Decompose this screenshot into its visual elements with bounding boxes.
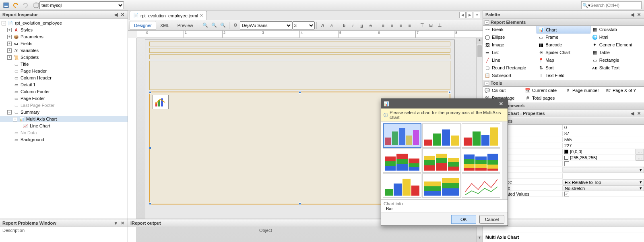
save-icon[interactable] (2, 1, 10, 10)
fontsize-combo[interactable]: 3 (292, 21, 315, 29)
prop-style-combo[interactable]: ▾ (563, 167, 644, 173)
tree-background[interactable]: +▭Background (0, 136, 128, 143)
global-search[interactable]: 🔍▾ (581, 1, 642, 9)
chart-thumb-line[interactable] (462, 173, 500, 198)
align-justify-icon[interactable]: ≡ (405, 21, 414, 30)
tree-last-page-footer[interactable]: +▭Last Page Footer (0, 102, 128, 108)
ok-button[interactable]: OK (451, 215, 476, 224)
font-combo[interactable]: DejaVu Sans (240, 21, 292, 29)
tree-detail[interactable]: +▭Detail 1 (0, 81, 128, 88)
valign-top-icon[interactable]: ⊤ (418, 21, 427, 30)
dialog-close-icon[interactable]: ✕ (497, 100, 505, 108)
pal-ellipse[interactable]: ◯Ellipse (483, 33, 537, 41)
chart-thumb-bar3d[interactable] (383, 123, 421, 148)
zoom-out-icon[interactable]: 🔍 (210, 21, 219, 30)
dialog-scrollbar[interactable] (502, 122, 508, 199)
prop-forecolor-value[interactable]: [0,0,0]… (563, 149, 644, 155)
font-smaller-icon[interactable]: A (327, 21, 336, 30)
tree-column-header[interactable]: +▭Column Header (0, 75, 128, 81)
redo-icon[interactable] (21, 1, 30, 10)
pin-icon[interactable]: ◀ (630, 12, 635, 17)
font-larger-icon[interactable]: A (318, 21, 327, 30)
tab-designer[interactable]: Designer (130, 21, 156, 30)
prop-print-repeated-check[interactable]: ✓ (563, 192, 644, 197)
tree-summary[interactable]: −▭Summary (0, 109, 128, 115)
pal-callout[interactable]: 💬Callout (483, 87, 523, 94)
align-left-icon[interactable]: ≡ (379, 21, 388, 30)
tree-multi-axis-chart[interactable]: −📊Multi Axis Chart (0, 116, 128, 122)
prop-left-value[interactable]: 0 (563, 125, 644, 130)
ellipsis-button[interactable]: … (636, 149, 644, 154)
pal-frame[interactable]: ▭Frame (537, 33, 590, 41)
valign-middle-icon[interactable]: ⊟ (427, 21, 436, 30)
chart-thumb-xybar[interactable] (383, 173, 421, 198)
prop-position-combo[interactable]: Fix Relative to Top▾ (563, 179, 644, 185)
datasource-combo[interactable]: test-mysql (33, 1, 124, 9)
pal-spider[interactable]: ✳Spider Chart (537, 49, 590, 56)
tools-section[interactable]: −Tools (483, 79, 644, 87)
pal-table[interactable]: ▦Table (590, 49, 644, 56)
prop-top-value[interactable]: 87 (563, 131, 644, 136)
align-center-icon[interactable]: ≡ (388, 21, 396, 30)
prop-stretch-combo[interactable]: No stretch▾ (563, 185, 644, 191)
close-tab-icon[interactable]: ✕ (200, 13, 203, 18)
valign-bottom-icon[interactable]: ⊥ (436, 21, 444, 30)
pal-totalpages[interactable]: #Total pages (523, 94, 564, 102)
close-icon[interactable]: ✕ (636, 111, 642, 116)
inspector-tree[interactable]: −📄rpt_evolution_employee +AStyles +📦Para… (0, 19, 128, 242)
pal-line[interactable]: ╱Line (483, 56, 537, 64)
prop-backcolor-value[interactable]: [255,255,255]… (563, 155, 644, 161)
pal-map[interactable]: 📍Map (537, 56, 590, 64)
strike-icon[interactable]: s (366, 21, 375, 30)
search-input[interactable] (590, 3, 635, 8)
pal-html[interactable]: 🌐Html (590, 33, 644, 41)
pal-chart[interactable]: 📊Chart (537, 26, 590, 33)
chart-thumb-bar3d-alt[interactable] (462, 123, 500, 148)
tree-fields[interactable]: +🏷Fields (0, 40, 128, 47)
tab-xml[interactable]: XML (156, 21, 173, 30)
italic-icon[interactable]: i (349, 21, 357, 30)
pal-sort[interactable]: ⇅Sort (537, 64, 590, 72)
prop-width-value[interactable]: 555 (563, 137, 644, 142)
zoom-fit-icon[interactable]: 🔍 (201, 21, 210, 30)
chart-thumb-stacked[interactable] (383, 148, 421, 173)
underline-icon[interactable]: u (357, 21, 366, 30)
pin-icon[interactable]: ◀ (113, 12, 119, 17)
pal-pagenumber[interactable]: #Page number (564, 87, 604, 94)
chart-type-grid[interactable] (381, 122, 502, 199)
prop-key-value[interactable] (563, 176, 644, 176)
pal-image[interactable]: 🖼Image (483, 41, 537, 49)
tree-scriptlets[interactable]: +📜Scriptlets (0, 54, 128, 60)
dialog-titlebar[interactable]: 📊 ✕ (381, 99, 508, 108)
chart-thumb-stacked-alt[interactable] (462, 148, 500, 173)
zoom-in-icon[interactable]: 🔍 (219, 21, 227, 30)
pal-textfield[interactable]: TText Field (537, 72, 590, 79)
tree-variables[interactable]: +fxVariables (0, 47, 128, 54)
pal-generic[interactable]: ✦Generic Element (590, 41, 644, 49)
nav-next-icon[interactable]: ▶ (466, 12, 473, 18)
close-icon[interactable]: ✕ (636, 12, 642, 17)
pal-statictext[interactable]: ᴀʙStatic Text (590, 64, 644, 72)
tree-column-footer[interactable]: +▭Column Footer (0, 88, 128, 95)
align-right-icon[interactable]: ≡ (396, 21, 405, 30)
pal-roundrect[interactable]: ▢Round Rectangle (483, 64, 537, 72)
tree-no-data[interactable]: +▭No Data (0, 129, 128, 136)
tree-title[interactable]: +▭Title (0, 61, 128, 67)
tree-page-header[interactable]: +▭Page Header (0, 68, 128, 74)
chart-thumb-stacked3d-alt[interactable] (422, 173, 461, 198)
close-icon[interactable]: ✕ (120, 12, 125, 17)
nav-prev-icon[interactable]: ◀ (459, 12, 466, 18)
tree-styles[interactable]: +AStyles (0, 27, 128, 33)
bold-icon[interactable]: b (340, 21, 349, 30)
tree-parameters[interactable]: +📦Parameters (0, 33, 128, 40)
close-icon[interactable]: ✕ (120, 220, 125, 226)
nav-menu-icon[interactable]: ▾ (474, 12, 480, 18)
file-tab[interactable]: 📄 rpt_evolution_employee.jrxml ✕ (130, 11, 207, 20)
tree-page-footer[interactable]: +▭Page Footer (0, 95, 128, 102)
report-elements-section[interactable]: −Report Elements (483, 19, 644, 26)
pal-list[interactable]: ☰List (483, 49, 537, 56)
chart-thumb-bar[interactable] (422, 123, 461, 148)
pin-icon[interactable]: ◀ (630, 111, 635, 116)
pal-break[interactable]: 〰Break (483, 26, 537, 33)
undo-icon[interactable] (11, 1, 20, 10)
